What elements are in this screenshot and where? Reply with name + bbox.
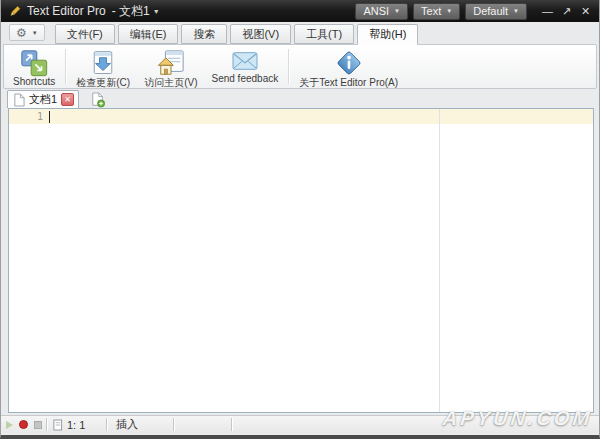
ribbon-separator bbox=[65, 49, 66, 84]
minimize-button[interactable]: — bbox=[538, 2, 557, 20]
encoding-dropdown[interactable]: ANSI ▼ bbox=[355, 3, 408, 20]
macro-play-icon[interactable] bbox=[6, 421, 13, 429]
visit-homepage-icon bbox=[156, 49, 186, 76]
new-document-icon bbox=[91, 92, 105, 108]
about-button[interactable]: 关于Text Editor Pro(A) bbox=[292, 46, 405, 87]
app-logo-pencil-icon bbox=[8, 5, 21, 18]
close-tab-icon[interactable]: ✕ bbox=[61, 93, 74, 106]
highlighter-dropdown[interactable]: Default ▼ bbox=[465, 3, 527, 20]
send-feedback-icon bbox=[230, 49, 260, 73]
right-margin-line bbox=[439, 109, 440, 412]
title-bar: Text Editor Pro - 文档1 ▼ ANSI ▼ Text ▼ De… bbox=[1, 0, 599, 22]
ribbon-toolbar: Shortcuts 检查更新(C) bbox=[3, 44, 597, 89]
caret-position-icon bbox=[53, 419, 63, 431]
highlighter-dropdown-label: Default bbox=[473, 5, 508, 17]
active-line-highlight bbox=[9, 109, 593, 124]
menu-tab-strip: ⚙ ▼ 文件(F) 编辑(E) 搜索 视图(V) 工具(T) 帮助(H) bbox=[1, 22, 599, 44]
gear-icon: ⚙ bbox=[16, 27, 27, 39]
status-position: 1: 1 bbox=[47, 419, 106, 431]
filetype-dropdown[interactable]: Text ▼ bbox=[413, 3, 460, 20]
insert-mode-label: 插入 bbox=[116, 418, 138, 430]
maximize-button[interactable]: ↗ bbox=[557, 2, 576, 20]
encoding-dropdown-label: ANSI bbox=[363, 5, 389, 17]
chevron-down-icon: ▼ bbox=[32, 30, 38, 36]
macro-controls bbox=[1, 420, 46, 429]
text-caret bbox=[49, 111, 50, 123]
statusbar-separator bbox=[173, 418, 174, 431]
titlebar-right-controls: ANSI ▼ Text ▼ Default ▼ — ↗ ✕ bbox=[355, 2, 599, 20]
filetype-dropdown-label: Text bbox=[421, 5, 441, 17]
visit-homepage-label: 访问主页(V) bbox=[144, 76, 197, 90]
tab-help[interactable]: 帮助(H) bbox=[357, 24, 418, 45]
macro-record-icon[interactable] bbox=[19, 420, 28, 429]
window-title: Text Editor Pro - 文档1 bbox=[27, 3, 150, 20]
document-tab-label: 文档1 bbox=[29, 92, 57, 107]
window-controls: — ↗ ✕ bbox=[538, 2, 595, 20]
about-info-icon bbox=[334, 49, 364, 76]
settings-menu-button[interactable]: ⚙ ▼ bbox=[9, 24, 45, 41]
shortcuts-button[interactable]: Shortcuts bbox=[6, 46, 62, 87]
chevron-down-icon: ▼ bbox=[513, 8, 519, 14]
visit-homepage-button[interactable]: 访问主页(V) bbox=[137, 46, 204, 87]
macro-stop-icon[interactable] bbox=[34, 421, 42, 429]
document-page-icon bbox=[13, 93, 25, 107]
app-title: Text Editor Pro bbox=[27, 4, 106, 18]
tab-search[interactable]: 搜索 bbox=[181, 24, 227, 44]
send-feedback-label: Send feedback bbox=[211, 73, 278, 84]
tab-view[interactable]: 视图(V) bbox=[230, 24, 291, 44]
line-number: 1 bbox=[9, 111, 43, 122]
about-label: 关于Text Editor Pro(A) bbox=[299, 76, 398, 90]
shortcuts-label: Shortcuts bbox=[13, 76, 55, 87]
status-insert-mode: 插入 bbox=[107, 417, 173, 432]
check-updates-icon bbox=[89, 49, 117, 76]
caret-position-value: 1: 1 bbox=[67, 419, 85, 431]
chevron-down-icon: ▼ bbox=[394, 8, 400, 14]
tab-edit[interactable]: 编辑(E) bbox=[118, 24, 179, 44]
document-switcher-caret-icon[interactable]: ▼ bbox=[153, 8, 160, 15]
document-tab-bar: 文档1 ✕ bbox=[3, 90, 597, 108]
editor-area[interactable]: 1 bbox=[8, 108, 594, 413]
check-updates-label: 检查更新(C) bbox=[76, 76, 130, 90]
status-bar: 1: 1 插入 bbox=[1, 415, 599, 433]
chevron-down-icon: ▼ bbox=[446, 8, 452, 14]
close-button[interactable]: ✕ bbox=[576, 2, 595, 20]
app-window: Text Editor Pro - 文档1 ▼ ANSI ▼ Text ▼ De… bbox=[0, 0, 600, 439]
check-updates-button[interactable]: 检查更新(C) bbox=[69, 46, 137, 87]
statusbar-separator bbox=[231, 418, 232, 431]
new-document-button[interactable] bbox=[88, 91, 108, 108]
document-title: - 文档1 bbox=[112, 3, 150, 20]
ribbon-separator bbox=[288, 49, 289, 84]
tab-tools[interactable]: 工具(T) bbox=[294, 24, 354, 44]
shortcuts-icon bbox=[19, 49, 49, 76]
document-tab[interactable]: 文档1 ✕ bbox=[7, 90, 79, 108]
send-feedback-button[interactable]: Send feedback bbox=[204, 46, 285, 87]
tab-file[interactable]: 文件(F) bbox=[55, 24, 115, 44]
